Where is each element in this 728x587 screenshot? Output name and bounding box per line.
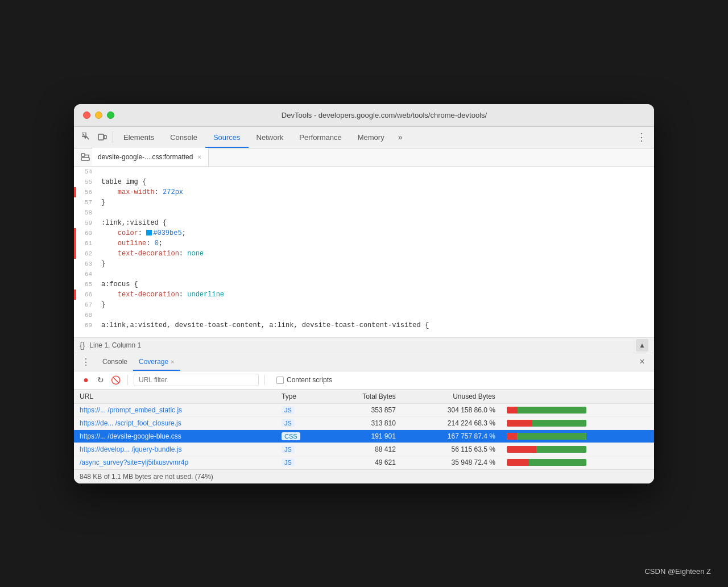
code-line-58: 58 — [74, 208, 654, 218]
row-url: https://de... /script_foot_closure.js — [74, 416, 276, 429]
coverage-footer: 848 KB of 1.1 MB bytes are not used. (74… — [74, 469, 654, 483]
tab-performance[interactable]: Performance — [291, 126, 349, 148]
panel-tabs: ⋮ Console Coverage × × — [74, 353, 654, 371]
reload-button[interactable]: ↻ — [94, 374, 107, 386]
row-type: CSS — [276, 429, 326, 443]
panel-menu-button[interactable]: ⋮ — [80, 355, 92, 368]
code-line-68: 68 — [74, 310, 654, 320]
file-navigator-icon[interactable] — [78, 150, 92, 164]
status-bar: {} Line 1, Column 1 ▲ — [74, 337, 654, 353]
traffic-lights — [83, 111, 114, 119]
row-total: 49 621 — [326, 456, 401, 469]
code-line-69: 69 a:link,a:visited, devsite-toast-conte… — [74, 320, 654, 330]
table-body: https://... /prompt_embed_static.js JS 3… — [74, 403, 654, 469]
code-line-66: 66 text-decoration: underline — [74, 290, 654, 300]
cursor-position: Line 1, Column 1 — [89, 341, 141, 349]
row-total: 353 857 — [326, 403, 401, 416]
close-button[interactable] — [83, 111, 90, 119]
row-url: https://... /devsite-google-blue.css — [74, 429, 276, 443]
tab-network[interactable]: Network — [249, 126, 292, 148]
svg-rect-2 — [104, 135, 106, 139]
url-filter-input[interactable] — [134, 374, 259, 386]
code-line-63: 63 } — [74, 259, 654, 269]
panel-tab-coverage[interactable]: Coverage × — [133, 353, 180, 371]
devtools-menu-button[interactable]: ⋮ — [634, 129, 650, 145]
row-total: 191 901 — [326, 429, 401, 443]
col-unused-bytes: Unused Bytes — [402, 390, 501, 404]
record-button[interactable]: ● — [80, 374, 92, 386]
code-line-56: 56 max-width: 272px — [74, 187, 654, 197]
code-line-64: 64 — [74, 269, 654, 279]
row-unused: 167 757 87.4 % — [402, 429, 501, 443]
toolbar-divider-2 — [264, 375, 265, 385]
row-bar — [501, 416, 654, 429]
tab-elements[interactable]: Elements — [115, 126, 162, 148]
row-type: JS — [276, 443, 326, 456]
file-tabbar: devsite-google-....css:formatted × — [74, 148, 654, 167]
code-line-60: 60 color: #039be5; — [74, 228, 654, 238]
col-type: Type — [276, 390, 326, 404]
row-unused: 56 115 63.5 % — [402, 443, 501, 456]
col-url: URL — [74, 390, 276, 404]
table-row[interactable]: https://de... /script_foot_closure.js JS… — [74, 416, 654, 429]
row-bar — [501, 456, 654, 469]
minimize-button[interactable] — [95, 111, 102, 119]
row-type: JS — [276, 416, 326, 429]
row-unused: 304 158 86.0 % — [402, 403, 501, 416]
more-tabs-button[interactable]: » — [395, 133, 406, 142]
row-bar — [501, 403, 654, 416]
stop-button[interactable]: 🚫 — [109, 374, 122, 386]
tab-sources[interactable]: Sources — [205, 126, 249, 148]
watermark: CSDN @Eighteen Z — [644, 567, 711, 576]
table-header: URL Type Total Bytes Unused Bytes — [74, 390, 654, 404]
col-total-bytes: Total Bytes — [326, 390, 401, 404]
svg-rect-3 — [81, 154, 85, 156]
coverage-table: URL Type Total Bytes Unused Bytes https:… — [74, 390, 654, 469]
tab-console[interactable]: Console — [162, 126, 205, 148]
toolbar-divider — [127, 375, 128, 385]
row-url: /async_survey?site=ylj5ifxusvvmr4p — [74, 456, 276, 469]
row-url: https://develop... /jquery-bundle.js — [74, 443, 276, 456]
file-tab-css[interactable]: devsite-google-....css:formatted × — [92, 148, 209, 166]
row-type: JS — [276, 403, 326, 416]
panel-tab-console[interactable]: Console — [97, 353, 133, 371]
content-scripts-checkbox[interactable] — [276, 377, 284, 384]
code-line-62: 62 text-decoration: none — [74, 249, 654, 259]
code-line-54: 54 — [74, 167, 654, 177]
tab-divider — [113, 131, 113, 143]
devtools-tabbar: Elements Console Sources Network Perform… — [74, 127, 654, 148]
code-line-65: 65 a:focus { — [74, 279, 654, 290]
code-lines: 54 55 table img { 56 max-width: 272px 57… — [74, 167, 654, 330]
row-unused: 35 948 72.4 % — [402, 456, 501, 469]
window-title: DevTools - developers.google.com/web/too… — [123, 111, 645, 119]
code-editor[interactable]: 54 55 table img { 56 max-width: 272px 57… — [74, 167, 654, 337]
row-bar — [501, 443, 654, 456]
stop-icon: 🚫 — [111, 375, 121, 385]
inspect-element-icon[interactable] — [78, 129, 94, 145]
panel-close-button[interactable]: × — [636, 355, 648, 368]
table-row[interactable]: /async_survey?site=ylj5ifxusvvmr4p JS 49… — [74, 456, 654, 469]
scroll-to-top-button[interactable]: ▲ — [636, 339, 648, 352]
row-url: https://... /prompt_embed_static.js — [74, 403, 276, 416]
file-tab-close-button[interactable]: × — [196, 152, 202, 162]
code-line-61: 61 outline: 0; — [74, 238, 654, 249]
table-row-selected[interactable]: https://... /devsite-google-blue.css CSS… — [74, 429, 654, 443]
row-type: JS — [276, 456, 326, 469]
maximize-button[interactable] — [107, 111, 114, 119]
color-swatch-blue[interactable] — [146, 230, 152, 235]
code-line-57: 57 } — [74, 197, 654, 208]
coverage-toolbar: ● ↻ 🚫 Content scripts — [74, 371, 654, 390]
device-toolbar-icon[interactable] — [94, 129, 110, 145]
bottom-panel: ⋮ Console Coverage × × ● ↻ 🚫 — [74, 353, 654, 483]
panel-tab-coverage-close[interactable]: × — [171, 358, 174, 365]
col-bar — [501, 390, 654, 404]
devtools-window: DevTools - developers.google.com/web/too… — [74, 104, 654, 483]
table-row[interactable]: https://... /prompt_embed_static.js JS 3… — [74, 403, 654, 416]
content-scripts-label[interactable]: Content scripts — [276, 376, 332, 384]
tab-memory[interactable]: Memory — [350, 126, 392, 148]
code-line-55: 55 table img { — [74, 177, 654, 187]
row-bar — [501, 429, 654, 443]
svg-rect-1 — [98, 134, 104, 140]
table-row[interactable]: https://develop... /jquery-bundle.js JS … — [74, 443, 654, 456]
coverage-table-container[interactable]: URL Type Total Bytes Unused Bytes https:… — [74, 390, 654, 469]
